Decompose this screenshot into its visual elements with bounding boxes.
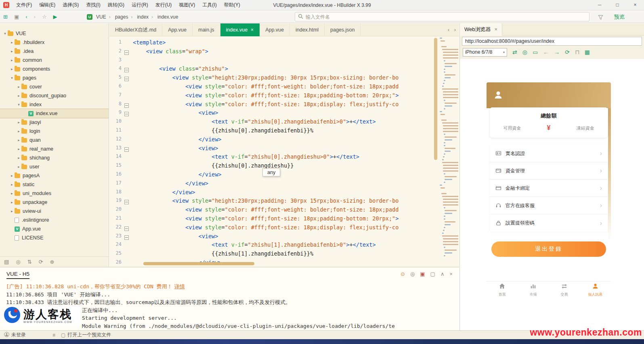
chevron-right-icon[interactable]: ▸ [9,49,15,53]
chevron-right-icon[interactable]: ▸ [16,138,21,142]
lock-icon[interactable]: ⊓ [575,49,579,55]
tree-item[interactable]: ▸login [0,127,109,136]
chevron-right-icon[interactable]: ▸ [9,67,15,71]
tree-item[interactable]: ▾pages [0,73,109,82]
code-line[interactable]: 15 {{zhishu[0].zhangdieshu}} [109,162,459,171]
tree-item[interactable]: ▸jiaoyi [0,118,109,127]
tab-close-icon[interactable]: × [251,27,254,33]
code-line[interactable]: 4 <view class="zhishu"> [109,65,459,74]
menu-item[interactable]: 视图(V) [175,0,199,10]
code-editor[interactable]: HBuilderX自述.mdApp.vuemain.jsindex.vue×Ap… [109,23,459,267]
menu-item[interactable]: 帮助(Y) [220,0,244,10]
open-last-preview[interactable]: ▢ 打开上一个预览文件 [61,331,111,338]
file-search-box[interactable] [295,12,589,21]
star-icon[interactable]: ☆ [42,14,47,20]
editor-tab[interactable]: App.vue [162,23,193,36]
tree-item[interactable]: LICENSE [0,233,109,242]
profile-menu-item[interactable]: 官方在線客服› [490,197,608,214]
chevron-right-icon[interactable]: ▸ [16,129,21,133]
code-line[interactable]: 23 <view> [109,233,459,242]
code-area[interactable]: 1<template>2 <view class="wrap">34 <view… [109,37,459,267]
tree-item[interactable]: ▸components [0,65,109,73]
code-line[interactable]: 19 <view style="height:230rpx;padding: 3… [109,197,459,206]
tree-item[interactable]: ▸discount_gupiao [0,91,109,100]
code-line[interactable]: 22 <view style="color: #fff;font-size: 1… [109,224,459,233]
editor-tab[interactable]: index.vue× [220,23,260,36]
close-button[interactable]: × [626,0,644,10]
tree-item[interactable]: ▸cover [0,82,109,91]
tree-item[interactable]: ▸pagesA [0,171,109,180]
refresh-icon[interactable]: ⟳ [565,49,570,55]
breadcrumb-item[interactable]: index.vue [157,14,179,20]
editor-tab[interactable]: HBuilderX自述.md [109,23,162,36]
chevron-right-icon[interactable]: ▸ [16,94,21,98]
menu-item[interactable]: 选择(S) [59,0,82,10]
device-select[interactable]: iPhone 6/7/8 ▾ [463,48,507,57]
fold-marker-icon[interactable] [123,145,130,154]
editor-tab[interactable]: App.vue [260,23,290,36]
collapse-icon[interactable]: ∧ [441,271,445,277]
locate-icon[interactable]: ◎ [410,271,415,277]
file-search-input[interactable] [306,14,586,20]
tree-item[interactable]: .eslintignore [0,216,109,224]
code-line[interactable]: 24 <text v-if="zhishu[1].zhangdiebaifenb… [109,241,459,250]
chevron-right-icon[interactable]: ▸ [9,182,15,187]
menu-item[interactable]: 工具(I) [199,0,220,10]
menu-item[interactable]: 发行(U) [152,0,176,10]
link-file-icon[interactable]: ⊕ [50,259,54,265]
menu-item[interactable]: 文件(F) [13,0,36,10]
code-line[interactable]: 8 <view style="color: #fff;font-size: 18… [109,101,459,110]
code-line[interactable]: 20 <view style="color: #fff;font-weight:… [109,206,459,215]
tab-scroll-arrows[interactable]: ‹ › [448,23,457,36]
code-line[interactable]: 1<template> [109,39,459,48]
code-line[interactable]: 7 <view style="color: #fff;font-size: 18… [109,92,459,101]
fold-marker-icon[interactable] [123,65,130,74]
chevron-right-icon[interactable]: ▸ [16,156,21,160]
chevron-down-icon[interactable]: ▾ [2,31,8,36]
grid-icon[interactable]: ▦ [585,49,590,55]
list-icon[interactable]: ≡ [52,332,55,338]
code-line[interactable]: 17 </view> [109,180,459,189]
tree-item[interactable]: ▸static [0,180,109,189]
menu-item[interactable]: 运行(R) [128,0,152,10]
rotate-icon[interactable]: ⇄ [512,49,517,55]
url-input[interactable] [462,37,642,46]
tabbar-item[interactable]: 首頁 [487,281,518,298]
code-line[interactable]: 18 </view> [109,189,459,198]
stop-icon[interactable]: ▣ [420,271,425,277]
code-line[interactable]: 16 </view> [109,171,459,180]
minimap[interactable] [439,38,458,264]
vertical-scrollbar[interactable] [434,38,437,160]
code-line[interactable]: 21 <view style="color: #fff;font-size: 1… [109,215,459,224]
chevron-right-icon[interactable]: ▸ [16,120,21,124]
preview-button[interactable]: 预览 [614,11,625,23]
info-icon[interactable]: ⊙ [401,271,405,277]
chevron-right-icon[interactable]: ▸ [9,209,15,213]
forward-icon[interactable]: › [34,14,36,20]
editor-tab[interactable]: main.js [193,23,220,36]
tree-item[interactable]: ▸uni_modules [0,189,109,198]
console-detail-link[interactable]: 详情 [174,283,185,289]
code-line[interactable]: 5 <view style="height:230rpx;padding: 30… [109,74,459,83]
preview-glasses-icon[interactable]: ◎ [16,259,20,265]
code-line[interactable]: 11 {{zhishu[0].zhangdiebaifenbi}}% [109,127,459,136]
login-status[interactable]: 未登录 [4,331,26,338]
fold-marker-icon[interactable] [123,74,130,83]
chevron-right-icon[interactable]: ▸ [16,147,21,151]
save-icon[interactable]: ▣ [14,14,19,20]
breadcrumb-item[interactable]: VUE [95,14,114,20]
console-tab[interactable]: VUE - H5 [6,271,29,279]
code-line[interactable]: 12 </view> [109,136,459,145]
chevron-right-icon[interactable]: ▸ [16,85,21,89]
menu-item[interactable]: 编辑(E) [36,0,59,10]
new-folder-icon[interactable]: ▤ [4,259,9,265]
tree-item[interactable]: ▸common [0,56,109,65]
chevron-down-icon[interactable]: ▾ [9,76,15,80]
inspect-icon[interactable]: ◎ [522,49,527,55]
tree-item[interactable]: ▸.idea [0,47,109,56]
breadcrumb-item[interactable]: pages [114,14,136,20]
chevron-right-icon[interactable]: ▸ [9,174,15,178]
code-line[interactable]: 6 <view style="color: #fff;font-weight: … [109,83,459,92]
profile-menu-item[interactable]: 資金管理› [490,162,608,180]
browser-tab[interactable]: Web浏览器 × [460,23,502,36]
